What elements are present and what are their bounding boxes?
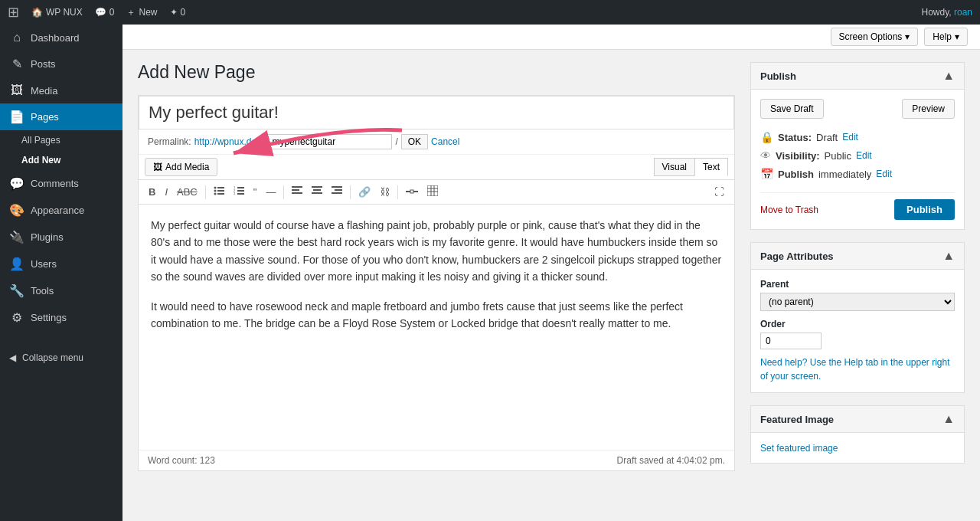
visibility-edit-link[interactable]: Edit — [856, 150, 872, 161]
comments-icon: 💬 — [95, 7, 106, 18]
set-featured-image-link[interactable]: Set featured image — [760, 443, 838, 454]
sidebar-item-appearance[interactable]: 🎨 Appearance — [0, 197, 122, 224]
text-tab[interactable]: Text — [694, 158, 728, 176]
editor-content[interactable]: My perfect guitar would of course have a… — [139, 205, 734, 450]
sidebar-item-plugins[interactable]: 🔌 Plugins — [0, 224, 122, 251]
permalink-ok-button[interactable]: OK — [401, 134, 428, 149]
admin-sidebar: ⌂ Dashboard ✎ Posts 🖼 Media 📄 Pages All … — [0, 25, 122, 521]
comments-sidebar-icon: 💬 — [9, 176, 24, 191]
help-button[interactable]: Help ▾ — [924, 28, 968, 46]
permalink-cancel-link[interactable]: Cancel — [431, 136, 459, 147]
strikethrough-button[interactable]: ABC — [173, 184, 201, 200]
page-attributes-header[interactable]: Page Attributes ▲ — [751, 243, 964, 270]
sidebar-item-posts[interactable]: ✎ Posts — [0, 51, 122, 77]
attributes-help-text: Need help? Use the Help tab in the upper… — [760, 356, 955, 383]
svg-rect-7 — [237, 190, 244, 192]
editor-wrap: Permalink: http://wpnux.dev/ / OK Cancel… — [138, 95, 735, 471]
table-button[interactable] — [423, 183, 442, 201]
align-right-button[interactable] — [328, 184, 346, 200]
plugins-icon: 🔌 — [9, 230, 24, 244]
move-to-trash-link[interactable]: Move to Trash — [760, 205, 818, 215]
publish-button[interactable]: Publish — [894, 199, 955, 220]
media-icon: 🖼 — [9, 84, 24, 97]
draft-saved-text: Draft saved at 4:04:02 pm. — [617, 455, 725, 466]
page-attributes-metabox: Page Attributes ▲ Parent (no parent) Ord… — [750, 242, 965, 393]
svg-rect-0 — [217, 187, 224, 188]
permalink-base-link[interactable]: http://wpnux.dev/ — [194, 136, 264, 147]
editor-footer: Word count: 123 Draft saved at 4:04:02 p… — [139, 450, 734, 470]
parent-select[interactable]: (no parent) — [760, 293, 955, 311]
post-title-input[interactable] — [139, 96, 734, 129]
editor-paragraph-1: My perfect guitar would of course have a… — [151, 217, 722, 286]
svg-rect-15 — [312, 186, 322, 188]
publish-metabox-content: Save Draft Preview 🔒 Status: Draft Edit … — [751, 90, 964, 229]
permalink-slash: / — [395, 136, 397, 147]
howdy-text: Howdy, roan — [922, 7, 973, 18]
publish-metabox-title: Publish — [760, 70, 796, 82]
publish-metabox-header[interactable]: Publish ▲ — [751, 63, 964, 90]
hr-button[interactable]: — — [262, 184, 279, 200]
visibility-value: Public — [825, 150, 851, 162]
help-chevron-icon: ▾ — [955, 31, 959, 42]
italic-button[interactable]: I — [161, 184, 172, 200]
settings-icon: ⚙ — [9, 310, 24, 325]
preview-button[interactable]: Preview — [902, 99, 955, 119]
side-column: Publish ▲ Save Draft Preview 🔒 Status: D… — [750, 62, 965, 509]
collapse-menu-button[interactable]: ◀ Collapse menu — [0, 346, 122, 369]
body-content: Add New Page Permalink: http://wpnux.dev… — [122, 50, 980, 521]
new-content-link[interactable]: ＋ New — [126, 6, 157, 19]
order-input[interactable] — [760, 333, 822, 349]
ol-button[interactable]: 123 — [230, 183, 248, 201]
add-media-button[interactable]: 🖼 Add Media — [145, 158, 217, 176]
blockquote-button[interactable]: " — [250, 184, 261, 200]
page-attributes-collapse-icon: ▲ — [942, 249, 955, 263]
publish-footer: Move to Trash Publish — [760, 192, 955, 220]
sidebar-item-dashboard[interactable]: ⌂ Dashboard — [0, 25, 122, 51]
publish-actions-top: Save Draft Preview — [760, 99, 955, 119]
svg-rect-22 — [413, 191, 418, 192]
align-left-button[interactable] — [288, 184, 306, 200]
comments-link[interactable]: 💬 0 — [95, 7, 115, 18]
svg-text:3: 3 — [234, 192, 236, 195]
toolbar-left: 🖼 Add Media — [145, 158, 217, 176]
sidebar-item-comments[interactable]: 💬 Comments — [0, 170, 122, 197]
updates-link[interactable]: ✦ 0 — [170, 7, 186, 18]
status-icon: 🔒 — [760, 131, 773, 143]
sidebar-sub-all-pages[interactable]: All Pages — [0, 130, 122, 150]
featured-image-title: Featured Image — [760, 414, 834, 425]
sidebar-sub-add-new[interactable]: Add New — [0, 150, 122, 170]
visual-tab[interactable]: Visual — [654, 158, 694, 176]
status-edit-link[interactable]: Edit — [842, 132, 858, 143]
sidebar-item-media[interactable]: 🖼 Media — [0, 77, 122, 103]
align-center-button[interactable] — [308, 184, 326, 200]
link-button[interactable]: 🔗 — [354, 184, 374, 200]
featured-image-header[interactable]: Featured Image ▲ — [751, 406, 964, 433]
site-name-link[interactable]: 🏠 WP NUX — [31, 7, 83, 18]
screen-options-button[interactable]: Screen Options ▾ — [831, 28, 919, 46]
sidebar-item-users[interactable]: 👤 Users — [0, 251, 122, 277]
username-link[interactable]: roan — [954, 7, 972, 18]
add-media-icon: 🖼 — [153, 162, 162, 172]
sidebar-item-settings[interactable]: ⚙ Settings — [0, 304, 122, 331]
unlink-button[interactable]: ⛓ — [376, 184, 394, 200]
sidebar-item-tools[interactable]: 🔧 Tools — [0, 277, 122, 304]
expand-toolbar-button[interactable]: ⛶ — [710, 184, 728, 200]
more-button[interactable] — [402, 184, 422, 200]
bold-button[interactable]: B — [145, 184, 159, 200]
svg-rect-14 — [292, 192, 302, 194]
publish-time-edit-link[interactable]: Edit — [876, 169, 892, 179]
sidebar-item-pages[interactable]: 📄 Pages — [0, 103, 122, 130]
permalink-slug-input[interactable] — [266, 134, 392, 149]
wp-logo-icon[interactable]: ⊞ — [8, 4, 19, 21]
ul-button[interactable] — [210, 183, 228, 201]
save-draft-button[interactable]: Save Draft — [760, 99, 824, 119]
featured-image-metabox: Featured Image ▲ Set featured image — [750, 405, 965, 464]
posts-icon: ✎ — [9, 57, 24, 71]
appearance-icon: 🎨 — [9, 203, 24, 218]
svg-rect-8 — [237, 193, 244, 195]
toolbar-separator-3 — [350, 185, 351, 199]
updates-icon: ✦ — [170, 7, 178, 18]
featured-image-collapse-icon: ▲ — [942, 412, 955, 426]
svg-rect-17 — [312, 192, 322, 194]
svg-rect-23 — [410, 190, 413, 193]
